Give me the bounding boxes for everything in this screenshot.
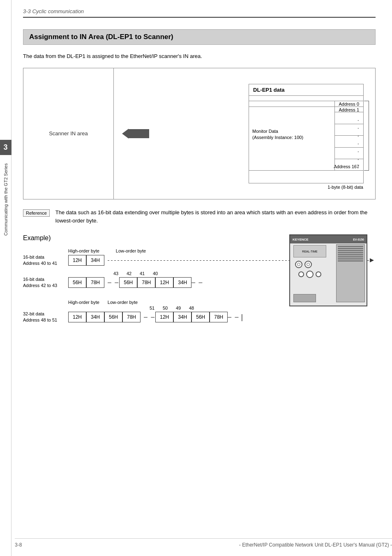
row-label-2: 16-bit dataAddress 42 to 43 <box>23 276 68 289</box>
dl-ep1-content: Address 0 Address 1 Address 167 Monitor … <box>249 96 363 181</box>
sub-cell-4 <box>335 136 363 148</box>
slot-line-7 <box>338 258 363 259</box>
sub-cell-6 <box>335 159 363 171</box>
circle-1 <box>295 261 302 268</box>
one-byte-label: 1-byte (8-bit) data <box>327 185 363 190</box>
main-content: 3-3 Cyclic communication Assignment to I… <box>15 0 392 352</box>
footer-page-num: 3-8 <box>15 542 22 548</box>
dl-ep1-box: DL-EP1 data Address 0 Address 1 Address … <box>249 84 364 183</box>
byte-cell-78h-b: 78H <box>122 312 141 322</box>
chapter-number: 3 <box>0 140 12 155</box>
circle-5 <box>316 271 321 277</box>
sub-cells <box>334 101 363 171</box>
arrow-area <box>114 68 161 199</box>
slot-line-8 <box>338 260 363 262</box>
row-label-1: 16-bit dataAddress 40 to 41 <box>23 254 68 267</box>
device-chip-top: REAL-TIME <box>293 245 326 257</box>
slot-line-4 <box>338 252 363 253</box>
dest-cell-56h-b: 56H <box>191 312 210 322</box>
dl-ep1-label: DL-EP1 data <box>249 84 363 96</box>
circle-2 <box>304 261 312 268</box>
dl-ep1-area: DL-EP1 data Address 0 Address 1 Address … <box>161 76 368 192</box>
page-footer: 3-8 - EtherNet/IP Compatible Network Uni… <box>15 538 392 548</box>
byte-cell-12h: 12H <box>68 255 86 266</box>
arrow-head-right-1 <box>370 258 374 262</box>
reference-badge: Reference <box>23 209 50 217</box>
circle-3 <box>298 271 304 277</box>
row2-connection: – – 56H 78H 12H 34H – – <box>108 277 203 288</box>
byte-cell-78h-1: 78H <box>86 277 104 288</box>
example-section: Example) High-order byte Low-order byte … <box>23 234 376 323</box>
dest-cell-34h-b: 34H <box>173 312 191 322</box>
dest-cell-34h: 34H <box>173 277 191 288</box>
circle-4 <box>306 271 314 278</box>
slot-line-5 <box>338 254 363 255</box>
byte-cell-56h-1: 56H <box>68 277 86 288</box>
byte-cell-34h-b: 34H <box>86 312 104 322</box>
row3-connection: – – 12H 34H 56H 78H – – | <box>144 312 243 322</box>
slot-line-1 <box>338 246 363 247</box>
sub-cell-1 <box>335 101 363 113</box>
intro-text: The data from the DL-EP1 is assigned to … <box>23 52 376 60</box>
row-label-3: 32-bit dataAddress 48 to 51 <box>23 311 68 324</box>
main-diagram: Scanner IN area DL-EP1 data Address 0 <box>23 68 376 199</box>
side-text: Communicating with the GT2 Series <box>3 163 8 236</box>
reference-section: Reference The data such as 16-bit data e… <box>23 208 376 226</box>
device-slots <box>336 244 365 302</box>
page-header: 3-3 Cyclic communication <box>23 8 376 18</box>
monitor-data-label: Monitor Data (Assembly Instance: 100) <box>252 128 303 141</box>
circle-inner-2 <box>307 263 310 266</box>
device-connector <box>293 294 316 302</box>
side-tab: 3 Communicating with the GT2 Series <box>0 0 12 556</box>
sub-cell-2 <box>335 112 363 124</box>
example-row-3: 32-bit dataAddress 48 to 51 12H 34H 56H … <box>23 311 376 324</box>
device-circles-bottom <box>298 271 321 278</box>
byte-group-3: 12H 34H 56H 78H <box>68 312 141 322</box>
scanner-area-label: Scanner IN area <box>23 68 114 199</box>
dest-cell-12h: 12H <box>155 277 173 288</box>
device-illustration: KEYENCE EV-0150 REAL-TIME <box>289 234 367 306</box>
slot-line-3 <box>338 250 363 251</box>
dest-cell-78h: 78H <box>137 277 155 288</box>
left-arrow <box>122 129 149 139</box>
device-circles-area <box>295 261 312 268</box>
arrow-body <box>129 129 149 138</box>
byte-cell-56h-b: 56H <box>104 312 122 322</box>
slot-line-2 <box>338 248 363 249</box>
dest-cell-56h: 56H <box>119 277 137 288</box>
byte-group-2: 56H 78H <box>68 277 104 288</box>
byte-cell-12h-b: 12H <box>68 312 86 322</box>
byte-group-1: 12H 34H <box>68 255 104 266</box>
dest-cell-12h-b: 12H <box>155 312 173 322</box>
sub-cell-3 <box>335 124 363 136</box>
footer-title: - EtherNet/IP Compatible Network Unit DL… <box>239 542 392 548</box>
arrow-head-left <box>122 129 129 139</box>
reference-text: The data such as 16-bit data extending o… <box>55 208 376 226</box>
byte-cell-34h: 34H <box>86 255 104 266</box>
sub-cell-5 <box>335 148 363 160</box>
slot-line-6 <box>338 256 363 257</box>
section-heading: Assignment to IN Area (DL-EP1 to Scanner… <box>23 29 376 45</box>
dest-cell-78h-b: 78H <box>210 312 228 322</box>
device-top-bar: KEYENCE EV-0150 <box>290 235 367 243</box>
circle-inner-1 <box>297 263 300 266</box>
right-brace <box>364 101 369 171</box>
